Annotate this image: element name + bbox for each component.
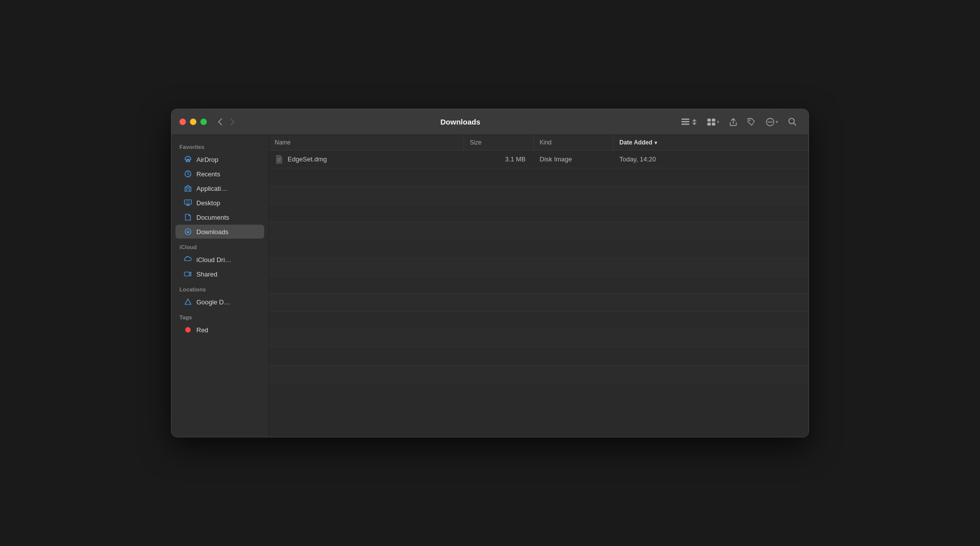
shared-icon bbox=[183, 270, 192, 278]
empty-row bbox=[269, 348, 809, 366]
file-name: EdgeSet.dmg bbox=[288, 155, 327, 163]
airdrop-icon bbox=[183, 155, 192, 164]
applications-icon bbox=[183, 184, 192, 193]
google-drive-label: Google D… bbox=[196, 298, 230, 306]
sidebar-item-airdrop[interactable]: AirDrop bbox=[175, 152, 264, 166]
sort-arrow-icon: ▾ bbox=[654, 140, 657, 145]
svg-point-7 bbox=[749, 120, 751, 121]
icloud-label: iCloud bbox=[171, 239, 268, 252]
minimize-button[interactable] bbox=[190, 119, 196, 125]
icloud-drive-icon bbox=[183, 255, 192, 264]
svg-rect-5 bbox=[707, 123, 711, 126]
column-headers: Name Size Kind Date Added ▾ bbox=[269, 135, 809, 150]
sidebar-item-red-tag[interactable]: Red bbox=[175, 323, 264, 337]
more-button[interactable]: ▾ bbox=[762, 115, 782, 129]
svg-point-11 bbox=[771, 121, 772, 122]
file-date-added: Today, 14:20 bbox=[614, 152, 809, 166]
svg-rect-22 bbox=[184, 272, 189, 276]
documents-label: Documents bbox=[196, 214, 229, 221]
date-added-column-header[interactable]: Date Added ▾ bbox=[614, 135, 809, 150]
downloads-label: Downloads bbox=[196, 228, 228, 236]
file-size: 3.1 MB bbox=[464, 152, 534, 166]
window-title: Downloads bbox=[244, 118, 677, 126]
empty-row bbox=[269, 186, 809, 204]
sidebar-item-recents[interactable]: Recents bbox=[175, 167, 264, 181]
svg-point-23 bbox=[185, 327, 191, 333]
recents-icon bbox=[183, 169, 192, 178]
file-pane: Name Size Kind Date Added ▾ bbox=[269, 135, 809, 437]
file-list: EdgeSet.dmg 3.1 MB Disk Image Today, 14:… bbox=[269, 150, 809, 437]
desktop-label: Desktop bbox=[196, 199, 220, 207]
svg-rect-2 bbox=[681, 124, 689, 125]
documents-icon bbox=[183, 213, 192, 222]
sidebar: Favorites AirDrop bbox=[171, 135, 269, 437]
downloads-icon bbox=[183, 227, 192, 236]
desktop-icon bbox=[183, 198, 192, 207]
sidebar-item-documents[interactable]: Documents bbox=[175, 210, 264, 224]
size-column-header[interactable]: Size bbox=[464, 135, 534, 150]
empty-row bbox=[269, 168, 809, 186]
empty-row bbox=[269, 222, 809, 240]
close-button[interactable] bbox=[179, 119, 186, 125]
red-tag-label: Red bbox=[196, 326, 208, 334]
name-column-header[interactable]: Name bbox=[269, 135, 464, 150]
icloud-drive-label: iCloud Dri… bbox=[196, 256, 231, 264]
more-chevron-icon: ▾ bbox=[776, 119, 778, 125]
nav-buttons bbox=[215, 116, 238, 128]
titlebar: Downloads ▾ bbox=[171, 109, 809, 135]
sidebar-item-shared[interactable]: Shared bbox=[175, 267, 264, 281]
sidebar-item-desktop[interactable]: Desktop bbox=[175, 196, 264, 210]
empty-row bbox=[269, 240, 809, 258]
table-row[interactable]: EdgeSet.dmg 3.1 MB Disk Image Today, 14:… bbox=[269, 150, 809, 168]
favorites-label: Favorites bbox=[171, 139, 268, 152]
red-tag-icon bbox=[183, 325, 192, 334]
tag-button[interactable] bbox=[743, 115, 760, 129]
airdrop-label: AirDrop bbox=[196, 156, 218, 163]
empty-row bbox=[269, 294, 809, 312]
grid-chevron-icon: ▾ bbox=[717, 119, 719, 125]
svg-rect-4 bbox=[712, 119, 715, 122]
empty-row bbox=[269, 330, 809, 348]
svg-rect-0 bbox=[681, 119, 689, 120]
sidebar-item-applications[interactable]: Applicati… bbox=[175, 181, 264, 195]
sidebar-item-downloads[interactable]: Downloads bbox=[175, 225, 264, 239]
forward-button[interactable] bbox=[227, 116, 238, 128]
applications-label: Applicati… bbox=[196, 185, 227, 192]
google-drive-icon bbox=[183, 297, 192, 306]
recents-label: Recents bbox=[196, 170, 220, 178]
locations-label: Locations bbox=[171, 281, 268, 294]
share-button[interactable] bbox=[725, 115, 741, 129]
toolbar-icons: ▾ ▾ bbox=[677, 115, 801, 129]
empty-row bbox=[269, 258, 809, 276]
tags-label: Tags bbox=[171, 309, 268, 322]
svg-point-10 bbox=[770, 121, 771, 122]
svg-line-13 bbox=[794, 123, 796, 126]
grid-view-button[interactable]: ▾ bbox=[703, 116, 723, 129]
svg-rect-6 bbox=[712, 123, 715, 126]
empty-row bbox=[269, 276, 809, 294]
empty-row bbox=[269, 366, 809, 384]
svg-rect-18 bbox=[186, 200, 190, 204]
maximize-button[interactable] bbox=[200, 119, 207, 125]
file-name-cell: EdgeSet.dmg bbox=[269, 151, 464, 167]
list-view-button[interactable] bbox=[677, 116, 701, 129]
kind-column-header[interactable]: Kind bbox=[534, 135, 614, 150]
svg-rect-1 bbox=[681, 121, 689, 123]
back-button[interactable] bbox=[215, 116, 225, 128]
sidebar-item-google-drive[interactable]: Google D… bbox=[175, 295, 264, 309]
file-kind: Disk Image bbox=[534, 152, 614, 166]
svg-rect-3 bbox=[707, 119, 711, 122]
main-content: Favorites AirDrop bbox=[171, 135, 809, 437]
sidebar-item-icloud-drive[interactable]: iCloud Dri… bbox=[175, 253, 264, 267]
empty-row bbox=[269, 312, 809, 330]
shared-label: Shared bbox=[196, 271, 217, 278]
traffic-lights bbox=[179, 119, 207, 125]
search-button[interactable] bbox=[784, 115, 801, 129]
empty-row bbox=[269, 204, 809, 222]
dmg-file-icon bbox=[275, 154, 284, 164]
finder-window: Downloads ▾ bbox=[171, 109, 809, 437]
svg-point-9 bbox=[768, 121, 769, 122]
